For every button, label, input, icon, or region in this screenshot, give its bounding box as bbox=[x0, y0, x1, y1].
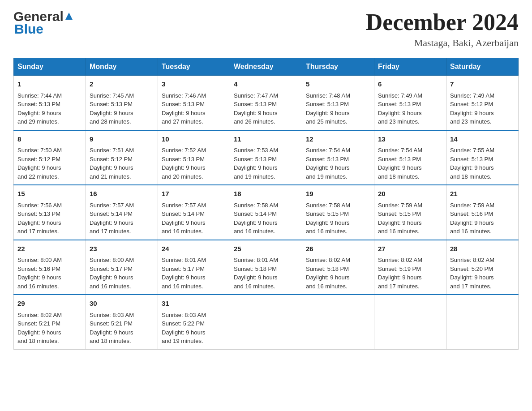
day-number: 15 bbox=[17, 189, 82, 199]
day-info: Sunrise: 8:03 AMSunset: 5:22 PMDaylight:… bbox=[162, 311, 226, 346]
calendar-week-2: 8Sunrise: 7:50 AMSunset: 5:12 PMDaylight… bbox=[14, 130, 519, 185]
calendar-cell: 10Sunrise: 7:52 AMSunset: 5:13 PMDayligh… bbox=[158, 130, 230, 185]
day-info: Sunrise: 7:57 AMSunset: 5:14 PMDaylight:… bbox=[90, 201, 154, 236]
location-subtitle: Mastaga, Baki, Azerbaijan bbox=[366, 37, 519, 49]
day-number: 30 bbox=[90, 299, 154, 309]
svg-marker-0 bbox=[65, 13, 73, 20]
day-number: 16 bbox=[90, 189, 154, 199]
day-info: Sunrise: 8:01 AMSunset: 5:18 PMDaylight:… bbox=[234, 256, 298, 291]
header-wednesday: Wednesday bbox=[230, 58, 302, 76]
day-number: 28 bbox=[450, 244, 515, 254]
header-saturday: Saturday bbox=[446, 58, 519, 76]
calendar-cell: 30Sunrise: 8:03 AMSunset: 5:21 PMDayligh… bbox=[86, 295, 158, 349]
calendar-cell: 7Sunrise: 7:49 AMSunset: 5:12 PMDaylight… bbox=[446, 76, 519, 130]
calendar-week-1: 1Sunrise: 7:44 AMSunset: 5:13 PMDaylight… bbox=[14, 76, 519, 130]
header-friday: Friday bbox=[374, 58, 446, 76]
calendar-cell bbox=[302, 295, 374, 349]
logo-arrow-icon bbox=[64, 12, 73, 22]
day-number: 25 bbox=[234, 244, 298, 254]
day-info: Sunrise: 7:56 AMSunset: 5:13 PMDaylight:… bbox=[17, 201, 82, 236]
day-info: Sunrise: 7:45 AMSunset: 5:13 PMDaylight:… bbox=[90, 91, 154, 126]
day-number: 21 bbox=[450, 189, 515, 199]
day-info: Sunrise: 8:00 AMSunset: 5:17 PMDaylight:… bbox=[90, 256, 154, 291]
day-number: 6 bbox=[378, 79, 442, 90]
month-year-title: December 2024 bbox=[366, 9, 519, 35]
calendar-week-4: 22Sunrise: 8:00 AMSunset: 5:16 PMDayligh… bbox=[14, 240, 519, 295]
calendar-cell: 26Sunrise: 8:02 AMSunset: 5:18 PMDayligh… bbox=[302, 240, 374, 295]
day-info: Sunrise: 7:58 AMSunset: 5:15 PMDaylight:… bbox=[306, 201, 370, 236]
calendar-cell: 12Sunrise: 7:54 AMSunset: 5:13 PMDayligh… bbox=[302, 130, 374, 185]
day-number: 7 bbox=[450, 79, 515, 90]
day-number: 14 bbox=[450, 134, 515, 145]
calendar-cell: 2Sunrise: 7:45 AMSunset: 5:13 PMDaylight… bbox=[86, 76, 158, 130]
day-info: Sunrise: 7:58 AMSunset: 5:14 PMDaylight:… bbox=[234, 201, 298, 236]
calendar-week-5: 29Sunrise: 8:02 AMSunset: 5:21 PMDayligh… bbox=[14, 295, 519, 349]
day-number: 4 bbox=[234, 79, 298, 90]
calendar-cell: 22Sunrise: 8:00 AMSunset: 5:16 PMDayligh… bbox=[14, 240, 86, 295]
calendar-cell: 27Sunrise: 8:02 AMSunset: 5:19 PMDayligh… bbox=[374, 240, 446, 295]
day-info: Sunrise: 7:48 AMSunset: 5:13 PMDaylight:… bbox=[306, 91, 370, 126]
day-number: 8 bbox=[17, 134, 82, 145]
calendar-cell: 6Sunrise: 7:49 AMSunset: 5:13 PMDaylight… bbox=[374, 76, 446, 130]
day-number: 18 bbox=[234, 189, 298, 199]
calendar-cell: 4Sunrise: 7:47 AMSunset: 5:13 PMDaylight… bbox=[230, 76, 302, 130]
day-info: Sunrise: 7:54 AMSunset: 5:13 PMDaylight:… bbox=[378, 146, 442, 181]
day-info: Sunrise: 7:59 AMSunset: 5:15 PMDaylight:… bbox=[378, 201, 442, 236]
calendar-cell: 28Sunrise: 8:02 AMSunset: 5:20 PMDayligh… bbox=[446, 240, 519, 295]
day-info: Sunrise: 7:44 AMSunset: 5:13 PMDaylight:… bbox=[17, 91, 82, 126]
calendar-header-row: Sunday Monday Tuesday Wednesday Thursday… bbox=[14, 58, 519, 76]
day-info: Sunrise: 7:46 AMSunset: 5:13 PMDaylight:… bbox=[162, 91, 226, 126]
day-number: 27 bbox=[378, 244, 442, 254]
calendar-cell: 31Sunrise: 8:03 AMSunset: 5:22 PMDayligh… bbox=[158, 295, 230, 349]
day-number: 22 bbox=[17, 244, 82, 254]
calendar-table: Sunday Monday Tuesday Wednesday Thursday… bbox=[13, 58, 519, 350]
day-number: 10 bbox=[162, 134, 226, 145]
day-info: Sunrise: 7:51 AMSunset: 5:12 PMDaylight:… bbox=[90, 146, 154, 181]
day-number: 9 bbox=[90, 134, 154, 145]
calendar-cell: 23Sunrise: 8:00 AMSunset: 5:17 PMDayligh… bbox=[86, 240, 158, 295]
day-info: Sunrise: 8:02 AMSunset: 5:21 PMDaylight:… bbox=[17, 311, 82, 346]
day-number: 3 bbox=[162, 79, 226, 90]
day-number: 11 bbox=[234, 134, 298, 145]
calendar-cell: 1Sunrise: 7:44 AMSunset: 5:13 PMDaylight… bbox=[14, 76, 86, 130]
calendar-cell: 18Sunrise: 7:58 AMSunset: 5:14 PMDayligh… bbox=[230, 185, 302, 240]
calendar-cell: 15Sunrise: 7:56 AMSunset: 5:13 PMDayligh… bbox=[14, 185, 86, 240]
calendar-cell: 19Sunrise: 7:58 AMSunset: 5:15 PMDayligh… bbox=[302, 185, 374, 240]
day-number: 19 bbox=[306, 189, 370, 199]
calendar-cell: 9Sunrise: 7:51 AMSunset: 5:12 PMDaylight… bbox=[86, 130, 158, 185]
calendar-cell: 24Sunrise: 8:01 AMSunset: 5:17 PMDayligh… bbox=[158, 240, 230, 295]
calendar-cell: 16Sunrise: 7:57 AMSunset: 5:14 PMDayligh… bbox=[86, 185, 158, 240]
day-number: 31 bbox=[162, 299, 226, 309]
calendar-cell: 3Sunrise: 7:46 AMSunset: 5:13 PMDaylight… bbox=[158, 76, 230, 130]
header-sunday: Sunday bbox=[14, 58, 86, 76]
day-info: Sunrise: 7:49 AMSunset: 5:13 PMDaylight:… bbox=[378, 91, 442, 126]
header-monday: Monday bbox=[86, 58, 158, 76]
day-info: Sunrise: 7:50 AMSunset: 5:12 PMDaylight:… bbox=[17, 146, 82, 181]
calendar-cell: 21Sunrise: 7:59 AMSunset: 5:16 PMDayligh… bbox=[446, 185, 519, 240]
day-number: 29 bbox=[17, 299, 82, 309]
day-info: Sunrise: 8:00 AMSunset: 5:16 PMDaylight:… bbox=[17, 256, 82, 291]
logo-blue-text: Blue bbox=[14, 21, 43, 37]
day-info: Sunrise: 7:55 AMSunset: 5:13 PMDaylight:… bbox=[450, 146, 515, 181]
day-number: 24 bbox=[162, 244, 226, 254]
calendar-week-3: 15Sunrise: 7:56 AMSunset: 5:13 PMDayligh… bbox=[14, 185, 519, 240]
day-number: 5 bbox=[306, 79, 370, 90]
calendar-cell: 13Sunrise: 7:54 AMSunset: 5:13 PMDayligh… bbox=[374, 130, 446, 185]
day-info: Sunrise: 8:02 AMSunset: 5:18 PMDaylight:… bbox=[306, 256, 370, 291]
calendar-cell: 5Sunrise: 7:48 AMSunset: 5:13 PMDaylight… bbox=[302, 76, 374, 130]
day-number: 1 bbox=[17, 79, 82, 90]
calendar-cell: 11Sunrise: 7:53 AMSunset: 5:13 PMDayligh… bbox=[230, 130, 302, 185]
calendar-cell: 20Sunrise: 7:59 AMSunset: 5:15 PMDayligh… bbox=[374, 185, 446, 240]
day-info: Sunrise: 7:53 AMSunset: 5:13 PMDaylight:… bbox=[234, 146, 298, 181]
header-thursday: Thursday bbox=[302, 58, 374, 76]
calendar-cell: 14Sunrise: 7:55 AMSunset: 5:13 PMDayligh… bbox=[446, 130, 519, 185]
calendar-cell: 29Sunrise: 8:02 AMSunset: 5:21 PMDayligh… bbox=[14, 295, 86, 349]
calendar-cell: 17Sunrise: 7:57 AMSunset: 5:14 PMDayligh… bbox=[158, 185, 230, 240]
title-section: December 2024 Mastaga, Baki, Azerbaijan bbox=[366, 9, 519, 49]
day-info: Sunrise: 7:52 AMSunset: 5:13 PMDaylight:… bbox=[162, 146, 226, 181]
day-number: 12 bbox=[306, 134, 370, 145]
day-info: Sunrise: 7:54 AMSunset: 5:13 PMDaylight:… bbox=[306, 146, 370, 181]
calendar-cell: 8Sunrise: 7:50 AMSunset: 5:12 PMDaylight… bbox=[14, 130, 86, 185]
day-number: 17 bbox=[162, 189, 226, 199]
day-info: Sunrise: 8:03 AMSunset: 5:21 PMDaylight:… bbox=[90, 311, 154, 346]
